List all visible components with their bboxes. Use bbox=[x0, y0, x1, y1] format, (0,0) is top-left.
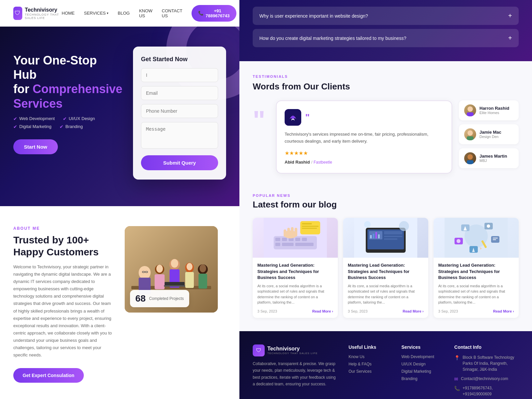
footer-contact-col: Contact Info 📍 Block B Software Technolo… bbox=[454, 344, 519, 399]
svg-point-12 bbox=[171, 259, 178, 268]
logo-text: Technivisory TECHNOLOGY THAT SALES LIFE bbox=[25, 7, 62, 20]
footer-useful-links-col: Useful Links Know Us Help & FAQs Our Ser… bbox=[348, 344, 391, 399]
about-image-area: 68 Completed Projects bbox=[125, 226, 226, 313]
nav-knowus[interactable]: KNOW US bbox=[139, 8, 152, 18]
hero-text: Your One-Stop Hub for Comprehensive Serv… bbox=[13, 47, 123, 180]
testimonials-section: TESTIMONIALS Words from Our Clients " bbox=[239, 61, 532, 184]
feature-uiux: ✔ UI/UX Design bbox=[63, 116, 95, 121]
svg-rect-48 bbox=[302, 228, 317, 229]
footer-service-branding[interactable]: Branding bbox=[401, 376, 444, 381]
phone-icon: 📞 bbox=[454, 386, 460, 391]
testimonials-label: TESTIMONIALS bbox=[253, 74, 519, 78]
blog-card-3: Mastering Lead Generation: Strategies an… bbox=[434, 218, 519, 318]
footer-service-digital[interactable]: Digital Marketing bbox=[401, 369, 444, 374]
faq-item-2[interactable]: How do you create digital marketing stra… bbox=[253, 29, 519, 47]
blog-img-svg-1 bbox=[264, 218, 327, 258]
hero-title: Your One-Stop Hub for Comprehensive Serv… bbox=[13, 53, 123, 111]
check-icon: ✔ bbox=[13, 124, 17, 129]
start-now-button[interactable]: Start Now bbox=[13, 139, 58, 154]
svg-rect-16 bbox=[185, 272, 194, 288]
phone-icon: 📞 bbox=[198, 11, 203, 16]
blog-card-1: Mastering Lead Generation: Strategies an… bbox=[253, 218, 338, 318]
form-name-input[interactable] bbox=[141, 68, 218, 82]
faq-plus-icon: + bbox=[508, 34, 512, 42]
blog-section: POPULAR NEWS Latest form our blog bbox=[239, 184, 532, 328]
blog-date-2: 3 Sep, 2023 bbox=[348, 309, 367, 313]
blog-read-more-3[interactable]: Read More › bbox=[493, 309, 514, 313]
reviewer-jamie: Jamie Mac Design Den bbox=[459, 124, 519, 144]
svg-rect-36 bbox=[302, 238, 307, 241]
blog-date-3: 3 Sep, 2023 bbox=[438, 309, 458, 313]
footer-phone: 📞 +917889676743, +919419000609 bbox=[454, 385, 519, 397]
blog-label: POPULAR NEWS bbox=[253, 194, 519, 198]
blog-read-more-2[interactable]: Read More › bbox=[403, 309, 424, 313]
check-icon: ✔ bbox=[13, 116, 17, 121]
nav-phone-button[interactable]: 📞 +91 7889676743 bbox=[192, 5, 236, 22]
footer: 🛡 Technivisory TECHNOLOGY THAT SALES LIF… bbox=[239, 331, 532, 399]
footer-service-uiux[interactable]: UI/UX Design bbox=[401, 362, 444, 366]
form-submit-button[interactable]: Submit Query bbox=[141, 155, 218, 170]
quote-icon: " bbox=[305, 112, 310, 123]
location-icon: 📍 bbox=[454, 355, 460, 360]
svg-point-15 bbox=[187, 263, 193, 270]
expert-consulation-button[interactable]: Get Expert Consulation bbox=[13, 368, 84, 383]
check-icon: ✔ bbox=[60, 124, 64, 129]
svg-rect-43 bbox=[291, 227, 294, 236]
blog-image-1 bbox=[253, 218, 338, 258]
svg-point-28 bbox=[467, 154, 473, 160]
footer-link-services[interactable]: Our Services bbox=[348, 369, 391, 374]
logo[interactable]: 🛡 Technivisory TECHNOLOGY THAT SALES LIF… bbox=[13, 7, 62, 20]
nav-blog[interactable]: BLOG bbox=[118, 11, 130, 16]
svg-rect-69 bbox=[493, 238, 498, 238]
svg-rect-39 bbox=[295, 243, 314, 246]
nav-contact[interactable]: CONTACT US bbox=[162, 8, 183, 18]
svg-rect-53 bbox=[384, 231, 402, 234]
svg-rect-47 bbox=[302, 226, 319, 227]
testimonial-avatar bbox=[285, 109, 301, 126]
svg-point-26 bbox=[467, 130, 473, 136]
footer-service-webdev[interactable]: Web Development bbox=[401, 354, 444, 359]
svg-rect-19 bbox=[199, 274, 207, 289]
faq-section: Why is user experience important in webs… bbox=[239, 0, 532, 61]
blog-img-svg-2 bbox=[354, 218, 417, 258]
testimonial-avatar-img bbox=[285, 109, 301, 126]
reviewer-avatar-3 bbox=[464, 152, 476, 164]
footer-brand-col: 🛡 Technivisory TECHNOLOGY THAT SALES LIF… bbox=[253, 344, 338, 399]
svg-rect-38 bbox=[282, 243, 294, 246]
feature-branding: ✔ Branding bbox=[60, 124, 83, 129]
reviewer-avatar-1 bbox=[464, 104, 476, 116]
svg-rect-32 bbox=[275, 238, 280, 241]
footer-logo-icon: 🛡 bbox=[253, 344, 265, 356]
nav-services[interactable]: SERVICES ▾ bbox=[84, 11, 109, 16]
about-section: ABOUT ME Trusted by 100+ Happy Customers… bbox=[0, 206, 239, 399]
logo-icon: 🛡 bbox=[13, 7, 22, 20]
about-title: Trusted by 100+ Happy Customers bbox=[13, 234, 115, 258]
form-message-input[interactable] bbox=[141, 122, 218, 149]
blog-read-more-1[interactable]: Read More › bbox=[312, 309, 333, 313]
blog-title-1: Mastering Lead Generation: Strategies an… bbox=[257, 262, 333, 281]
footer-link-knowus[interactable]: Know Us bbox=[348, 354, 391, 359]
form-phone-input[interactable] bbox=[141, 104, 218, 118]
get-started-form: Get Started Now Submit Query bbox=[133, 47, 226, 180]
reviewer-harron: Harron Rashid Elite Homes bbox=[459, 100, 519, 120]
nav-home[interactable]: HOME bbox=[62, 11, 75, 16]
completed-projects-badge: 68 Completed Projects bbox=[130, 290, 189, 307]
svg-rect-41 bbox=[284, 229, 286, 237]
svg-rect-54 bbox=[384, 236, 402, 237]
feature-digital: ✔ Digital Marketing bbox=[13, 124, 52, 129]
main-nav: 🛡 Technivisory TECHNOLOGY THAT SALES LIF… bbox=[0, 0, 239, 27]
faq-plus-icon: + bbox=[508, 12, 512, 20]
blog-title: Latest form our blog bbox=[253, 200, 519, 210]
blog-title-3: Mastering Lead Generation: Strategies an… bbox=[438, 262, 514, 281]
testimonial-stars: ★★★★★ bbox=[285, 150, 444, 156]
main-testimonial-card: " Technivisory's services impressed me o… bbox=[276, 100, 452, 174]
svg-point-61 bbox=[364, 221, 371, 228]
footer-link-faqs[interactable]: Help & FAQs bbox=[348, 362, 391, 366]
svg-point-9 bbox=[156, 265, 163, 273]
svg-rect-58 bbox=[375, 232, 377, 238]
blog-cards: Mastering Lead Generation: Strategies an… bbox=[253, 218, 519, 318]
blog-img-svg-3 bbox=[445, 218, 508, 258]
reviewer-avatar-2 bbox=[464, 128, 476, 140]
faq-item-1[interactable]: Why is user experience important in webs… bbox=[253, 7, 519, 25]
form-email-input[interactable] bbox=[141, 86, 218, 100]
